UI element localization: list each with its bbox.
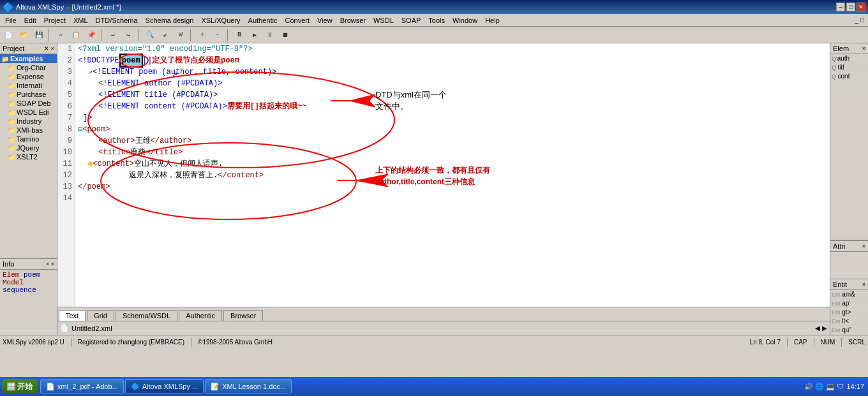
tb-validate[interactable]: ✔	[158, 28, 172, 42]
folder-icon-soap: 📁	[8, 100, 15, 107]
entit-item-quot[interactable]: Ent qu"	[830, 326, 868, 335]
tb-b3[interactable]: ⏸	[263, 28, 277, 42]
elem-item-auth[interactable]: Q'auth	[830, 54, 868, 63]
line7-content: ]>	[83, 112, 92, 124]
tree-item-wsdl[interactable]: 📁 WSDL Edi	[0, 108, 57, 117]
tree-item-examples[interactable]: 📁 Examples	[0, 54, 57, 63]
tab-browser[interactable]: Browser	[223, 310, 263, 321]
line2-doctype: <!DOCTYPE	[78, 55, 119, 66]
menu-help[interactable]: Help	[481, 15, 504, 26]
tb-b2[interactable]: ▶	[248, 28, 262, 42]
tb-b1[interactable]: B	[232, 28, 246, 42]
menu-xsl[interactable]: XSL/XQuery	[197, 15, 244, 26]
taskbar-item-xmlspy[interactable]: 🔷 Altova XMLSpy ...	[125, 379, 204, 393]
menu-resize: _ □	[855, 17, 867, 24]
menu-file[interactable]: File	[1, 15, 20, 26]
minimize-button[interactable]: –	[836, 3, 845, 11]
entit-item-apos[interactable]: Ent ap'	[830, 299, 868, 308]
tb-cut[interactable]: ✂	[54, 28, 68, 42]
menu-dtd[interactable]: DTD/Schema	[92, 15, 142, 26]
toolbar: 📄 📂 💾 ✂ 📋 📌 ↩ ↪ 🔍 ✔ W + - B ▶ ⏸ ⏹	[0, 27, 868, 43]
menu-edit[interactable]: Edit	[20, 15, 40, 26]
tree-item-soap[interactable]: 📁 SOAP Deb	[0, 99, 57, 108]
tb-sep2	[101, 29, 103, 41]
tb-expand[interactable]: +	[195, 28, 209, 42]
dtd-annotation-text: DTD与xml在同一个文件中。	[375, 89, 447, 112]
tree-item-purchase[interactable]: 📁 Purchase	[0, 90, 57, 99]
tree-item-xslt2[interactable]: 📁 XSLT2	[0, 152, 57, 161]
attr-close-btn[interactable]: ×	[862, 243, 865, 249]
tb-wf[interactable]: W	[174, 28, 188, 42]
tb-redo[interactable]: ↪	[121, 28, 135, 42]
code-line-4: <!ELEMENT author (#PCDATA)>	[78, 78, 830, 89]
tab-authentic[interactable]: Authentic	[179, 310, 222, 321]
menu-browser[interactable]: Browser	[336, 15, 370, 26]
status-sep3	[787, 338, 788, 347]
struct-annotation-text: 上下的结构必须一致，都有且仅有author,title,content三种信息	[375, 165, 490, 187]
project-title: Project	[3, 45, 24, 52]
tree-item-orgchar[interactable]: 📁 Org-Char	[0, 63, 57, 72]
entit-item-gt[interactable]: Ent gt>	[830, 308, 868, 317]
tb-collapse[interactable]: -	[211, 28, 225, 42]
tree-item-industry[interactable]: 📁 Industry	[0, 117, 57, 126]
code-line-14	[78, 193, 830, 204]
tree-label-xmi: XMI-bas	[17, 126, 43, 134]
menu-authentic[interactable]: Authentic	[244, 15, 281, 26]
tb-b4[interactable]: ⏹	[278, 28, 292, 42]
tree-item-jquery[interactable]: 📁 JQuery	[0, 143, 57, 152]
taskbar-item-word[interactable]: 📝 XML Lesson 1.doc...	[205, 379, 292, 393]
folder-icon-jquery: 📁	[8, 145, 15, 152]
menu-convert[interactable]: Convert	[281, 15, 313, 26]
scroll-arrows[interactable]: ◀ ▶	[815, 325, 827, 332]
menu-wsdl[interactable]: WSDL	[370, 15, 398, 26]
code-line-8: ⊟ <poem>	[78, 124, 830, 135]
elem-close-btn[interactable]: ×	[862, 45, 865, 52]
tab-grid[interactable]: Grid	[87, 310, 114, 321]
elem-title: Elem	[833, 45, 849, 52]
project-close-btn[interactable]: ✕ ×	[44, 45, 54, 52]
project-tree: 📁 Examples 📁 Org-Char 📁 Expense 📁 Intern…	[0, 54, 57, 258]
elem-item-cont[interactable]: Q cont	[830, 72, 868, 81]
maximize-button[interactable]: □	[846, 3, 855, 11]
info-title: Info	[3, 260, 14, 268]
tb-sep3	[138, 29, 140, 41]
entit-item-lt[interactable]: Ent lt<	[830, 317, 868, 326]
menu-tools[interactable]: Tools	[424, 15, 449, 26]
taskbar-item-pdf[interactable]: 📄 xml_2_pdf - Adob...	[40, 379, 124, 393]
folder-icon-expense: 📁	[8, 73, 15, 80]
tree-item-intl[interactable]: 📁 Internati	[0, 81, 57, 90]
menu-schema[interactable]: Schema design	[142, 15, 198, 26]
tb-save[interactable]: 💾	[32, 28, 46, 42]
entit-item-amp[interactable]: Ent am&	[830, 290, 868, 299]
tb-undo[interactable]: ↩	[106, 28, 120, 42]
info-close-btn[interactable]: × ×	[46, 261, 54, 267]
title-bar-left: 🔷 Altova XMLSpy – [Untitled2.xml *]	[3, 2, 121, 12]
code-line-9: <author>王维</author>	[78, 135, 830, 147]
tb-sep1	[49, 29, 51, 41]
menu-project[interactable]: Project	[40, 15, 70, 26]
entit-close-btn[interactable]: ×	[862, 281, 865, 288]
tree-item-expense[interactable]: 📁 Expense	[0, 72, 57, 81]
menu-xml[interactable]: XML	[70, 15, 92, 26]
taskbar: 🪟 开始 📄 xml_2_pdf - Adob... 🔷 Altova XMLS…	[0, 377, 868, 396]
tab-text[interactable]: Text	[59, 310, 86, 321]
close-button[interactable]: ✕	[857, 3, 865, 11]
tb-paste[interactable]: 📌	[84, 28, 98, 42]
code-lines: <?xml version="1.0" encoding="UTF-8"?> <…	[75, 43, 830, 307]
menu-soap[interactable]: SOAP	[398, 15, 425, 26]
project-panel: Project ✕ × 📁 Examples 📁 Org-Char 📁 Expe…	[0, 43, 57, 335]
tree-item-tamino[interactable]: 📁 Tamino	[0, 135, 57, 143]
start-button[interactable]: 🪟 开始	[1, 379, 38, 394]
menu-view[interactable]: View	[313, 15, 336, 26]
tab-schema[interactable]: Schema/WSDL	[116, 310, 177, 321]
elem-item-titl[interactable]: Q titl	[830, 63, 868, 72]
attr-panel: Attri ×	[830, 240, 868, 279]
tb-new[interactable]: 📄	[1, 28, 15, 42]
tb-find[interactable]: 🔍	[143, 28, 157, 42]
line9-close: </author>	[151, 135, 192, 147]
menu-window[interactable]: Window	[449, 15, 481, 26]
tree-item-xmi[interactable]: 📁 XMI-bas	[0, 126, 57, 135]
tb-copy[interactable]: 📋	[69, 28, 83, 42]
editor-area[interactable]: 1 2 3 4 5 6 7 8 9 10 11 12 13 14 <?xml v…	[57, 43, 830, 335]
tb-open[interactable]: 📂	[17, 28, 31, 42]
